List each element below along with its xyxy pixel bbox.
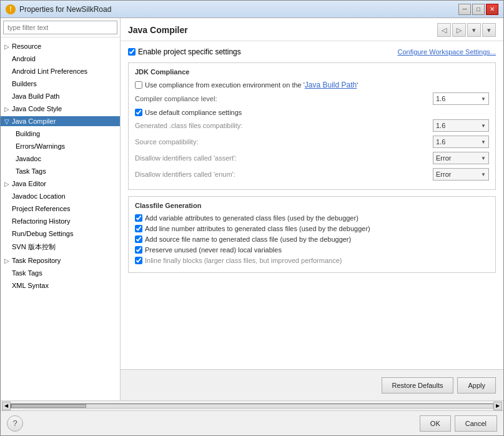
add-variable-row: Add variable attributes to generated cla… xyxy=(135,214,489,222)
disallow-assert-row: Disallow identifiers called 'assert': Er… xyxy=(135,152,489,164)
forward-button[interactable]: ▷ xyxy=(452,23,466,37)
sidebar-item-label: Javadoc Location xyxy=(12,192,66,200)
dropdown-arrow-icon: ▼ xyxy=(481,172,486,177)
spacer-icon xyxy=(3,217,11,225)
sidebar: ▷ Resource Android xyxy=(1,18,121,400)
panel-title: Java Compiler xyxy=(128,25,188,35)
source-compat-row: Source compatibility: 1.6 ▼ xyxy=(135,136,489,148)
compliance-level-dropdown[interactable]: 1.6 ▼ xyxy=(433,92,489,105)
cancel-button[interactable]: Cancel xyxy=(455,415,497,432)
enable-checkbox[interactable] xyxy=(128,48,136,56)
use-default-checkbox[interactable] xyxy=(135,109,142,116)
expand-icon: ▷ xyxy=(3,105,11,112)
window-title: Properties for NewSilkRoad xyxy=(19,5,111,14)
minimize-button[interactable]: ─ xyxy=(458,4,471,15)
scroll-left-button[interactable]: ◀ xyxy=(2,402,11,410)
compliance-level-value: 1.6 xyxy=(436,95,445,102)
add-line-checkbox[interactable] xyxy=(135,225,142,232)
sidebar-item-java-compiler[interactable]: ▽ Java Compiler xyxy=(1,115,120,127)
sidebar-item-label: Project References xyxy=(12,205,71,212)
sidebar-item-resource[interactable]: ▷ Resource xyxy=(1,40,120,52)
filter-input[interactable] xyxy=(3,21,117,34)
sidebar-item-java-code-style[interactable]: ▷ Java Code Style xyxy=(1,102,120,115)
back-button[interactable]: ◁ xyxy=(437,23,451,37)
disallow-enum-dropdown[interactable]: Error ▼ xyxy=(433,168,489,181)
sidebar-item-task-repository[interactable]: ▷ Task Repository xyxy=(1,254,120,267)
maximize-button[interactable]: □ xyxy=(472,4,485,15)
sidebar-item-android[interactable]: Android xyxy=(1,52,120,65)
sidebar-item-label: Java Build Path xyxy=(12,92,59,100)
sidebar-item-project-references[interactable]: Project References xyxy=(1,202,120,215)
expand-icon: ▷ xyxy=(3,180,11,187)
more-button[interactable]: ▾ xyxy=(482,23,496,37)
preserve-checkbox[interactable] xyxy=(135,246,142,254)
add-line-label: Add line number attributes to generated … xyxy=(145,225,370,232)
sidebar-item-javadoc[interactable]: Javadoc xyxy=(13,152,120,165)
restore-defaults-button[interactable]: Restore Defaults xyxy=(382,377,454,394)
tree-container: ▷ Resource Android xyxy=(1,37,120,400)
compiler-compliance-row: Compiler compliance level: 1.6 ▼ xyxy=(135,92,489,105)
add-source-checkbox[interactable] xyxy=(135,235,142,243)
panel-header: Java Compiler ◁ ▷ ▾ ▾ xyxy=(121,18,503,41)
sidebar-item-task-tags[interactable]: Task Tags xyxy=(1,267,120,279)
source-value: 1.6 xyxy=(436,138,445,146)
apply-button[interactable]: Apply xyxy=(457,377,496,394)
main-content: ▷ Resource Android xyxy=(1,18,503,435)
disallow-assert-label: Disallow identifiers called 'assert': xyxy=(135,154,433,162)
sidebar-item-label: Java Editor xyxy=(12,180,46,187)
sidebar-item-builders[interactable]: Builders xyxy=(1,77,120,90)
java-build-path-link[interactable]: Java Build Path xyxy=(305,81,357,89)
preserve-row: Preserve unused (never read) local varia… xyxy=(135,246,489,254)
ok-button[interactable]: OK xyxy=(420,415,451,432)
sidebar-item-refactoring-history[interactable]: Refactoring History xyxy=(1,215,120,227)
sidebar-item-label: SVN 版本控制 xyxy=(12,242,56,252)
sidebar-item-building[interactable]: Building xyxy=(13,127,120,140)
add-variable-label: Add variable attributes to generated cla… xyxy=(145,214,358,222)
help-button[interactable]: ? xyxy=(7,415,23,432)
source-dropdown[interactable]: 1.6 ▼ xyxy=(433,136,489,148)
sidebar-item-java-editor[interactable]: ▷ Java Editor xyxy=(1,177,120,190)
sidebar-item-label: Java Code Style xyxy=(12,105,62,112)
sidebar-item-label: Javadoc xyxy=(16,155,41,162)
sidebar-item-run-debug[interactable]: Run/Debug Settings xyxy=(1,227,120,240)
close-button[interactable]: ✕ xyxy=(486,4,498,15)
sidebar-item-errors-warnings[interactable]: Errors/Warnings xyxy=(13,140,120,152)
use-compliance-checkbox[interactable] xyxy=(135,81,142,89)
generated-dropdown[interactable]: 1.6 ▼ xyxy=(433,119,489,132)
inline-row: Inline finally blocks (larger class file… xyxy=(135,257,489,264)
configure-workspace-link[interactable]: Configure Workspace Settings... xyxy=(397,48,496,56)
sidebar-item-java-build-path[interactable]: Java Build Path xyxy=(1,90,120,102)
sidebar-item-label: Building xyxy=(16,130,40,137)
expand-icon: ▷ xyxy=(3,257,11,264)
menu-button[interactable]: ▾ xyxy=(467,23,481,37)
generated-compat-row: Generated .class files compatibility: 1.… xyxy=(135,119,489,132)
disallow-enum-row: Disallow identifiers called 'enum': Erro… xyxy=(135,168,489,181)
spacer-icon xyxy=(3,92,11,100)
add-variable-checkbox[interactable] xyxy=(135,214,142,222)
scroll-right-button[interactable]: ▶ xyxy=(493,402,502,410)
java-compiler-children: Building Errors/Warnings Javadoc xyxy=(1,127,120,177)
spacer-icon xyxy=(3,230,11,237)
sidebar-item-task-tags-child[interactable]: Task Tags xyxy=(13,165,120,177)
main-window: ! Properties for NewSilkRoad ─ □ ✕ ▷ xyxy=(0,0,504,436)
use-compliance-label: Use compliance from execution environmen… xyxy=(145,81,358,89)
sidebar-item-javadoc-location[interactable]: Javadoc Location xyxy=(1,190,120,202)
preserve-label: Preserve unused (never read) local varia… xyxy=(145,246,282,254)
right-panel: Java Compiler ◁ ▷ ▾ ▾ Enabl xyxy=(121,18,503,400)
sidebar-item-label: Errors/Warnings xyxy=(16,142,65,150)
spacer-icon xyxy=(3,67,11,75)
scrollbar-thumb[interactable] xyxy=(11,404,86,408)
filter-box xyxy=(1,18,120,37)
sidebar-item-android-lint[interactable]: Android Lint Preferences xyxy=(1,65,120,77)
inline-checkbox[interactable] xyxy=(135,257,142,264)
jdk-section-title: JDK Compliance xyxy=(135,68,489,76)
sidebar-item-label: Task Tags xyxy=(12,269,42,277)
sidebar-item-svn[interactable]: SVN 版本控制 xyxy=(1,240,120,254)
dropdown-arrow-icon: ▼ xyxy=(481,156,486,161)
app-icon: ! xyxy=(6,4,16,14)
sidebar-item-xml-syntax[interactable]: XML Syntax xyxy=(1,279,120,292)
add-source-label: Add source file name to generated class … xyxy=(145,235,351,243)
use-compliance-row: Use compliance from execution environmen… xyxy=(135,81,489,89)
disallow-assert-dropdown[interactable]: Error ▼ xyxy=(433,152,489,164)
dropdown-arrow-icon: ▼ xyxy=(481,96,486,102)
